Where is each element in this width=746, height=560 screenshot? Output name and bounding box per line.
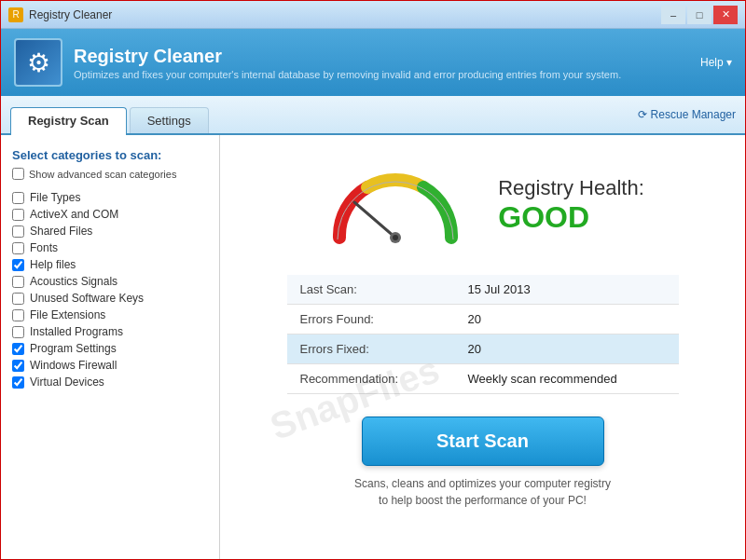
sidebar-item-help-files[interactable]: Help files [12,258,208,271]
sidebar-item-virtual-devices[interactable]: Virtual Devices [12,376,208,389]
checkbox-acoustics[interactable] [12,276,24,288]
checkbox-help-files[interactable] [12,259,24,271]
window-controls: – □ ✕ [661,6,738,24]
main-panel: SnapFiles [220,135,745,559]
app-icon: R [8,7,23,22]
stat-label-errors-found: Errors Found: [287,305,455,335]
app-header: Registry Cleaner Optimizes and fixes you… [1,29,745,96]
stat-value-recommendation: Weekly scan recommended [455,364,679,394]
checkbox-program-settings[interactable] [12,343,24,355]
health-label: Registry Health: [498,176,644,200]
stat-row-errors-found: Errors Found: 20 [287,305,679,335]
sidebar-item-acoustics[interactable]: Acoustics Signals [12,275,208,288]
sidebar-item-unused-keys[interactable]: Unused Software Keys [12,292,208,305]
header-left: Registry Cleaner Optimizes and fixes you… [14,38,621,87]
app-description: Optimizes and fixes your computer's inte… [74,69,621,80]
stat-label-last-scan: Last Scan: [287,275,455,305]
show-advanced-label[interactable]: Show advanced scan categories [12,168,208,180]
sidebar-item-windows-firewall[interactable]: Windows Firewall [12,359,208,372]
scan-desc-line2: to help boost the performance of your PC… [379,494,587,507]
app-logo [14,38,62,87]
checkbox-activex[interactable] [12,209,24,221]
sidebar-item-installed-programs[interactable]: Installed Programs [12,325,208,338]
help-button[interactable]: Help ▾ [700,56,732,69]
app-name: Registry Cleaner [74,46,621,67]
sidebar-heading: Select categories to scan: [12,148,208,162]
stat-row-last-scan: Last Scan: 15 Jul 2013 [287,275,679,305]
checkbox-shared-files[interactable] [12,225,24,238]
scan-desc-line1: Scans, cleans and optimizes your compute… [354,477,611,490]
stats-table: Last Scan: 15 Jul 2013 Errors Found: 20 … [287,275,679,394]
checkbox-windows-firewall[interactable] [12,360,24,372]
rescue-manager-button[interactable]: ⟳ Rescue Manager [638,108,736,121]
sidebar-item-file-ext[interactable]: File Extensions [12,308,208,321]
sidebar-item-program-settings[interactable]: Program Settings [12,342,208,355]
checkbox-file-types[interactable] [12,192,24,204]
content-area: Select categories to scan: Show advanced… [1,135,745,559]
maximize-button[interactable]: □ [687,6,711,24]
gauge-health-row: Registry Health: GOOD [321,154,644,256]
app-window: R Registry Cleaner – □ ✕ Registry Cleane… [0,0,746,560]
gauge-container [321,154,470,256]
sidebar-item-shared-files[interactable]: Shared Files [12,225,208,238]
stat-value-errors-fixed: 20 [455,335,679,364]
header-text: Registry Cleaner Optimizes and fixes you… [74,46,621,80]
title-bar: R Registry Cleaner – □ ✕ [1,1,745,29]
checkbox-unused-keys[interactable] [12,293,24,305]
stat-row-recommendation: Recommendation: Weekly scan recommended [287,364,679,394]
tabs-bar: Registry Scan Settings ⟳ Rescue Manager [1,96,745,135]
window-title: Registry Cleaner [29,8,112,21]
checkbox-installed-programs[interactable] [12,326,24,338]
tab-settings[interactable]: Settings [130,107,209,133]
gauge-svg [321,154,470,256]
stat-label-recommendation: Recommendation: [287,364,455,394]
scan-description: Scans, cleans and optimizes your compute… [354,475,611,509]
svg-line-0 [354,202,395,238]
health-text: Registry Health: GOOD [498,176,644,235]
health-value: GOOD [498,200,644,235]
sidebar-item-file-types[interactable]: File Types [12,191,208,204]
start-scan-button[interactable]: Start Scan [362,417,604,466]
tab-registry-scan[interactable]: Registry Scan [10,107,127,135]
sidebar: Select categories to scan: Show advanced… [1,135,220,559]
title-bar-left: R Registry Cleaner [8,7,112,22]
svg-point-2 [393,235,398,240]
minimize-button[interactable]: – [661,6,685,24]
sidebar-item-fonts[interactable]: Fonts [12,241,208,254]
stat-value-last-scan: 15 Jul 2013 [455,275,679,305]
checkbox-file-ext[interactable] [12,309,24,321]
stat-label-errors-fixed: Errors Fixed: [287,335,455,364]
stat-row-errors-fixed: Errors Fixed: 20 [287,335,679,364]
show-advanced-checkbox[interactable] [12,168,24,180]
stat-value-errors-found: 20 [455,305,679,335]
close-button[interactable]: ✕ [713,6,738,24]
sidebar-item-activex[interactable]: ActiveX and COM [12,208,208,221]
checkbox-virtual-devices[interactable] [12,376,24,389]
checkbox-fonts[interactable] [12,242,24,254]
